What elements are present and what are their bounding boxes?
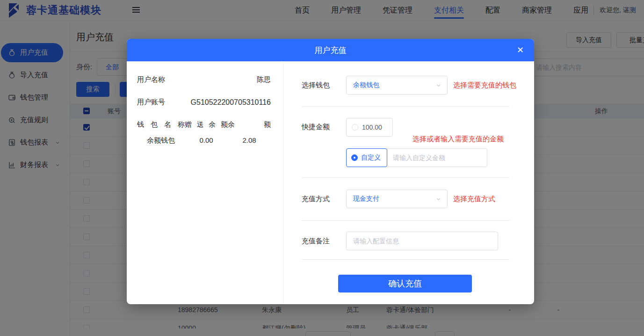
balance-header: 余额 — [228, 120, 271, 129]
method-select-row: 充值方式 现金支付 选择充值方式 — [302, 190, 516, 208]
custom-amount-option[interactable]: 自定义 — [346, 148, 387, 167]
custom-amount-row: 自定义 — [346, 148, 516, 167]
modal-body: 用户名称 陈思 用户账号 G510522200705310116 钱包名称 赠送… — [127, 61, 534, 304]
user-name-value: 陈思 — [257, 75, 271, 84]
gift-balance-header: 赠送余额 — [185, 120, 228, 129]
modal-header: 用户充值 ✕ — [127, 39, 534, 61]
user-info-panel: 用户名称 陈思 用户账号 G510522200705310116 钱包名称 赠送… — [127, 61, 283, 304]
user-account-label: 用户账号 — [137, 98, 165, 107]
wallet-hint: 选择需要充值的钱包 — [453, 81, 516, 90]
method-hint: 选择充值方式 — [453, 195, 495, 204]
app: 蓉卡通基础模块 首页 用户管理 凭证管理 支付相关 配置 商家管理 应用 欢迎您… — [0, 0, 644, 336]
user-name-label: 用户名称 — [137, 75, 165, 84]
divider — [302, 106, 509, 107]
confirm-recharge-button[interactable]: 确认充值 — [338, 275, 472, 292]
remark-label: 充值备注 — [302, 237, 346, 246]
chevron-down-icon — [435, 196, 441, 202]
method-select[interactable]: 现金支付 — [346, 190, 448, 208]
chevron-down-icon — [435, 82, 441, 88]
radio-selected-icon[interactable] — [351, 154, 358, 161]
modal-title: 用户充值 — [315, 45, 347, 56]
quick-amount-value: 100.00 — [362, 124, 382, 131]
remark-input[interactable] — [346, 232, 498, 250]
quick-amount-label: 快捷金额 — [302, 123, 346, 131]
wallet-table-header: 钱包名称 赠送余额 余额 — [137, 120, 271, 129]
radio-icon[interactable] — [352, 124, 358, 131]
user-account-row: 用户账号 G510522200705310116 — [137, 98, 271, 107]
balance-value: 2.08 — [228, 136, 271, 145]
wallet-name-header: 钱包名称 — [137, 120, 185, 129]
method-select-value: 现金支付 — [353, 195, 435, 203]
wallet-select-label: 选择钱包 — [302, 81, 346, 90]
divider — [302, 259, 509, 260]
gift-balance-value: 0.00 — [185, 136, 228, 145]
method-label: 充值方式 — [302, 195, 346, 204]
user-account-value: G510522200705310116 — [191, 98, 271, 107]
custom-amount-input[interactable] — [387, 148, 487, 167]
close-icon[interactable]: ✕ — [517, 44, 524, 56]
user-recharge-modal: 用户充值 ✕ 用户名称 陈思 用户账号 G510522200705310116 … — [127, 39, 534, 304]
divider — [302, 220, 509, 221]
wallet-select-value: 余额钱包 — [353, 81, 435, 89]
divider — [302, 177, 509, 178]
quick-amount-row: 快捷金额 100.00 — [302, 118, 516, 137]
wallet-name-value: 余额钱包 — [137, 136, 185, 145]
user-name-row: 用户名称 陈思 — [137, 75, 271, 84]
wallet-table-row: 余额钱包 0.00 2.08 — [137, 136, 271, 145]
wallet-balance-table: 钱包名称 赠送余额 余额 余额钱包 0.00 2.08 — [137, 120, 271, 145]
wallet-select[interactable]: 余额钱包 — [346, 76, 448, 95]
custom-amount-label: 自定义 — [361, 153, 381, 162]
amount-hint: 选择或者输入需要充值的金额 — [412, 135, 516, 143]
quick-amount-option[interactable]: 100.00 — [346, 118, 393, 137]
remark-row: 充值备注 — [302, 232, 516, 250]
recharge-form: 选择钱包 余额钱包 选择需要充值的钱包 快捷金额 100.00 选择或者输入需要… — [283, 61, 535, 304]
wallet-select-row: 选择钱包 余额钱包 选择需要充值的钱包 — [302, 76, 516, 95]
